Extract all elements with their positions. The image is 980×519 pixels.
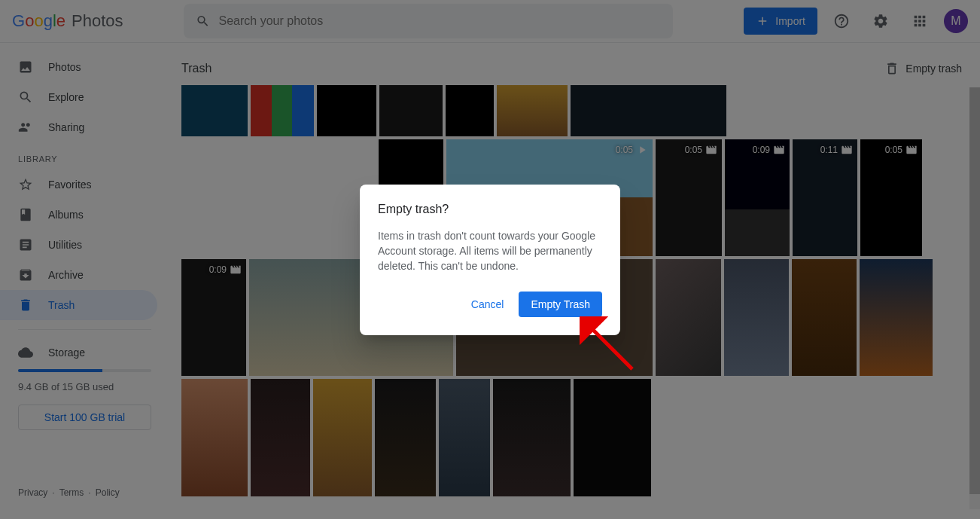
dialog-body: Items in trash don't count towards your … (378, 228, 602, 273)
empty-trash-dialog: Empty trash? Items in trash don't count … (360, 185, 620, 335)
cancel-button[interactable]: Cancel (462, 292, 513, 317)
dialog-title: Empty trash? (378, 203, 602, 216)
dialog-actions: Cancel Empty Trash (378, 292, 602, 317)
confirm-empty-trash-button[interactable]: Empty Trash (519, 292, 602, 317)
modal-overlay[interactable]: Empty trash? Items in trash don't count … (0, 0, 980, 519)
